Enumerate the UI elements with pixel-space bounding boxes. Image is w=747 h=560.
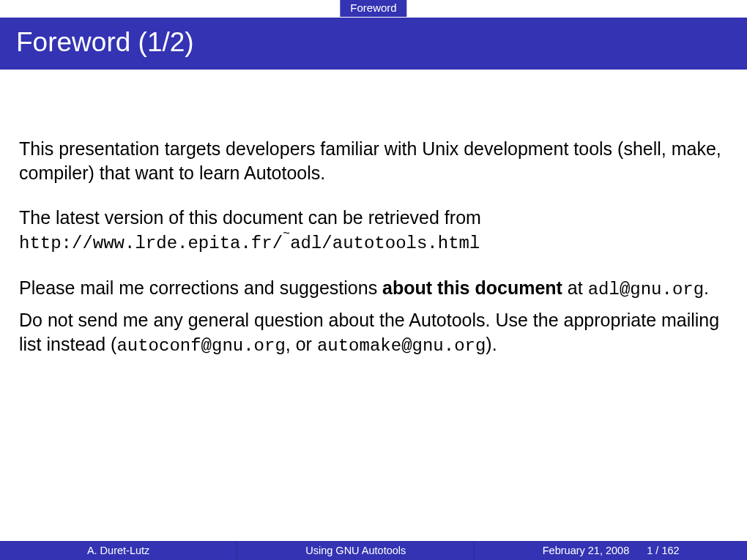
text: The latest version of this document can … bbox=[19, 207, 481, 228]
footer-author: A. Duret-Lutz bbox=[0, 541, 237, 560]
text: Please mail me corrections and suggestio… bbox=[19, 277, 382, 298]
text: ). bbox=[486, 334, 497, 354]
automake-email: automake@gnu.org bbox=[317, 336, 486, 356]
paragraph-mailing-lists: Do not send me any general question abou… bbox=[19, 308, 728, 358]
slide: Foreword Foreword (1/2) This presentatio… bbox=[0, 0, 747, 560]
emphasis: about this document bbox=[382, 277, 562, 298]
url-part: adl/autotools.html bbox=[290, 234, 480, 253]
document-url: http://www.lrde.epita.fr/~adl/autotools.… bbox=[19, 234, 480, 253]
tilde-icon: ~ bbox=[283, 227, 290, 241]
paragraph-intro: This presentation targets developers fam… bbox=[19, 137, 728, 185]
footer-date: February 21, 2008 bbox=[543, 545, 630, 556]
autoconf-email: autoconf@gnu.org bbox=[116, 336, 285, 356]
slide-body: This presentation targets developers fam… bbox=[0, 70, 747, 541]
footer-title: Using GNU Autotools bbox=[237, 541, 475, 560]
footer-page: 1 / 162 bbox=[647, 545, 679, 556]
footer-date-page: February 21, 2008 1 / 162 bbox=[475, 541, 747, 560]
corrections-email: adl@gnu.org bbox=[588, 280, 704, 299]
url-part: http://www.lrde.epita.fr/ bbox=[19, 234, 283, 253]
text: . bbox=[704, 277, 709, 298]
section-tab: Foreword bbox=[340, 0, 406, 17]
paragraph-latest: The latest version of this document can … bbox=[19, 206, 728, 255]
text: at bbox=[562, 277, 588, 298]
slide-footer: A. Duret-Lutz Using GNU Autotools Februa… bbox=[0, 541, 747, 560]
paragraph-corrections: Please mail me corrections and suggestio… bbox=[19, 276, 728, 302]
slide-title: Foreword (1/2) bbox=[0, 18, 747, 70]
text: , or bbox=[286, 334, 317, 354]
